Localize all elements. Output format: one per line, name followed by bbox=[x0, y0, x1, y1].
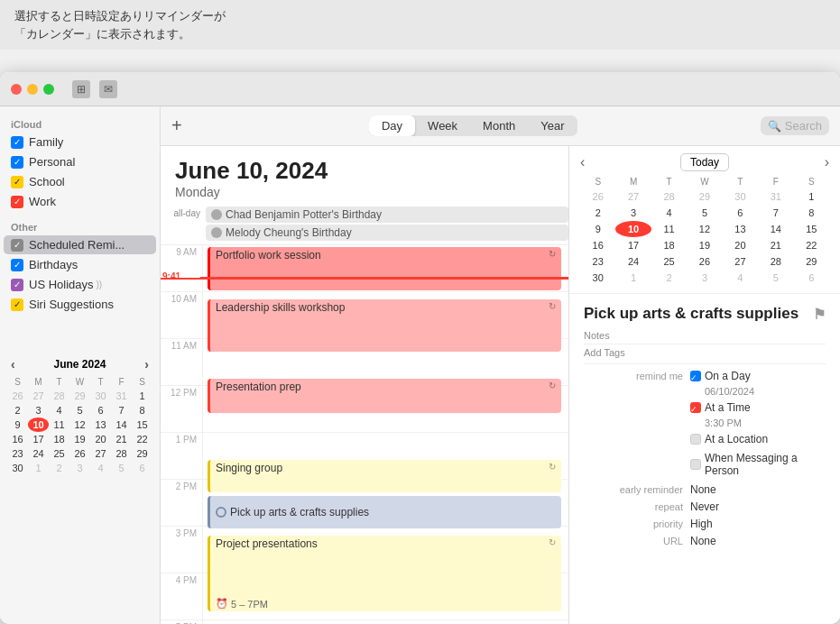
mini-cal-day[interactable]: 6 bbox=[90, 403, 111, 418]
rmcal-day[interactable]: 21 bbox=[758, 237, 793, 253]
mini-cal-day[interactable]: 20 bbox=[90, 432, 111, 446]
rmcal-day[interactable]: 12 bbox=[687, 221, 722, 237]
rmcal-day[interactable]: 4 bbox=[651, 205, 687, 221]
rmcal-day[interactable]: 5 bbox=[758, 270, 793, 286]
rmcal-day[interactable]: 27 bbox=[615, 188, 651, 205]
mini-cal-day[interactable]: 30 bbox=[7, 461, 28, 475]
rmcal-day[interactable]: 2 bbox=[651, 270, 687, 286]
rmcal-day[interactable]: 25 bbox=[651, 253, 687, 270]
rmcal-day[interactable]: 3 bbox=[615, 205, 651, 221]
grid-icon[interactable]: ⊞ bbox=[72, 80, 90, 98]
rmcal-day[interactable]: 6 bbox=[723, 205, 758, 221]
mini-cal-day[interactable]: 11 bbox=[49, 418, 69, 432]
rmcal-day[interactable]: 19 bbox=[687, 237, 722, 253]
mini-cal-next[interactable]: › bbox=[141, 357, 152, 372]
mini-cal-day[interactable]: 9 bbox=[7, 418, 28, 432]
view-btn-day[interactable]: Day bbox=[369, 115, 415, 136]
rmcal-next[interactable]: › bbox=[825, 154, 829, 170]
mini-cal-day[interactable]: 12 bbox=[69, 418, 90, 432]
messaging-checkbox[interactable] bbox=[690, 459, 701, 470]
event-singing[interactable]: Singing group ↻ bbox=[208, 460, 561, 492]
rmcal-day[interactable]: 26 bbox=[580, 188, 615, 205]
rmcal-day[interactable]: 28 bbox=[758, 253, 793, 270]
scheduled-rem-checkbox[interactable]: ✓ bbox=[11, 239, 23, 252]
mini-cal-day[interactable]: 29 bbox=[132, 446, 152, 461]
minimize-button[interactable] bbox=[27, 84, 38, 95]
rmcal-prev[interactable]: ‹ bbox=[580, 154, 585, 170]
sidebar-item-work[interactable]: ✓ Work bbox=[4, 192, 156, 211]
family-checkbox[interactable]: ✓ bbox=[11, 136, 23, 149]
siri-checkbox[interactable]: ✓ bbox=[11, 298, 23, 311]
mini-cal-day[interactable]: 1 bbox=[132, 389, 152, 403]
mini-cal-day[interactable]: 15 bbox=[132, 418, 152, 432]
search-box[interactable]: 🔍 Search bbox=[761, 116, 829, 135]
location-checkbox[interactable] bbox=[690, 434, 701, 445]
birthdays-checkbox[interactable]: ✓ bbox=[11, 259, 23, 271]
allday-event-chad[interactable]: Chad Benjamin Potter's Birthday bbox=[206, 206, 568, 223]
rmcal-day[interactable]: 17 bbox=[615, 237, 651, 253]
view-btn-year[interactable]: Year bbox=[528, 115, 577, 136]
maximize-button[interactable] bbox=[43, 84, 54, 95]
sidebar-item-us-holidays[interactable]: ✓ US Holidays )) bbox=[4, 275, 156, 294]
mini-cal-day[interactable]: 19 bbox=[69, 432, 90, 446]
work-checkbox[interactable]: ✓ bbox=[11, 196, 23, 208]
rmcal-day[interactable]: 3 bbox=[687, 270, 722, 286]
mini-cal-day[interactable]: 25 bbox=[49, 446, 69, 461]
rmcal-today[interactable]: 10 bbox=[615, 221, 651, 237]
rmcal-day[interactable]: 27 bbox=[723, 253, 758, 270]
rmcal-day[interactable]: 16 bbox=[580, 237, 615, 253]
mini-cal-day[interactable]: 23 bbox=[7, 446, 28, 461]
us-holidays-checkbox[interactable]: ✓ bbox=[11, 279, 23, 291]
sidebar-item-birthdays[interactable]: ✓ Birthdays bbox=[4, 255, 156, 274]
view-btn-week[interactable]: Week bbox=[415, 115, 470, 136]
rmcal-day[interactable]: 2 bbox=[580, 205, 615, 221]
rmcal-day[interactable]: 8 bbox=[794, 205, 829, 221]
rmcal-day[interactable]: 20 bbox=[723, 237, 758, 253]
mini-cal-day[interactable]: 30 bbox=[90, 389, 111, 403]
mini-cal-day[interactable]: 5 bbox=[69, 403, 90, 418]
rmcal-day[interactable]: 11 bbox=[651, 221, 687, 237]
on-a-day-checkbox[interactable]: ✓ bbox=[690, 371, 701, 381]
at-a-time-checkbox[interactable]: ✓ bbox=[690, 402, 701, 413]
mini-cal-day[interactable]: 4 bbox=[90, 461, 111, 475]
mini-cal-day[interactable]: 1 bbox=[28, 461, 49, 475]
mini-cal-day[interactable]: 3 bbox=[69, 461, 90, 475]
rmcal-day[interactable]: 28 bbox=[651, 188, 687, 205]
event-leadership[interactable]: Leadership skills workshop ↻ bbox=[208, 299, 561, 352]
rmcal-day[interactable]: 18 bbox=[651, 237, 687, 253]
mini-cal-day[interactable]: 21 bbox=[111, 432, 132, 446]
school-checkbox[interactable]: ✓ bbox=[11, 176, 23, 188]
mini-cal-day[interactable]: 24 bbox=[28, 446, 49, 461]
rmcal-day[interactable]: 1 bbox=[615, 270, 651, 286]
mini-cal-day[interactable]: 27 bbox=[90, 446, 111, 461]
personal-checkbox[interactable]: ✓ bbox=[11, 156, 23, 169]
rmcal-today-button[interactable]: Today bbox=[680, 153, 729, 171]
mini-cal-day[interactable]: 29 bbox=[69, 389, 90, 403]
mini-cal-day[interactable]: 8 bbox=[132, 403, 152, 418]
event-pickup[interactable]: Pick up arts & crafts supplies bbox=[208, 496, 561, 528]
mini-cal-day[interactable]: 31 bbox=[111, 389, 132, 403]
event-presentation[interactable]: Presentation prep ↻ bbox=[208, 379, 561, 413]
sidebar-item-family[interactable]: ✓ Family bbox=[4, 133, 156, 151]
rmcal-day[interactable]: 26 bbox=[687, 253, 722, 270]
sidebar-item-scheduled-rem[interactable]: ✓ Scheduled Remi... bbox=[4, 235, 156, 254]
rmcal-day[interactable]: 29 bbox=[687, 188, 722, 205]
view-btn-month[interactable]: Month bbox=[470, 115, 528, 136]
rmcal-day[interactable]: 29 bbox=[794, 253, 829, 270]
mini-cal-day[interactable]: 22 bbox=[132, 432, 152, 446]
mini-cal-day[interactable]: 4 bbox=[49, 403, 69, 418]
inbox-icon[interactable]: ✉ bbox=[99, 80, 117, 98]
mini-cal-day[interactable]: 13 bbox=[90, 418, 111, 432]
rmcal-day[interactable]: 23 bbox=[580, 253, 615, 270]
mini-cal-day[interactable]: 3 bbox=[28, 403, 49, 418]
mini-cal-day[interactable]: 7 bbox=[111, 403, 132, 418]
allday-event-melody[interactable]: Melody Cheung's Birthday bbox=[206, 225, 568, 241]
rmcal-day[interactable]: 13 bbox=[723, 221, 758, 237]
mini-cal-day[interactable]: 17 bbox=[28, 432, 49, 446]
rmcal-day[interactable]: 1 bbox=[794, 188, 829, 205]
rmcal-day[interactable]: 22 bbox=[794, 237, 829, 253]
mini-cal-day[interactable]: 2 bbox=[49, 461, 69, 475]
add-event-button[interactable]: + bbox=[171, 115, 182, 136]
mini-cal-day[interactable]: 14 bbox=[111, 418, 132, 432]
mini-cal-day[interactable]: 26 bbox=[7, 389, 28, 403]
